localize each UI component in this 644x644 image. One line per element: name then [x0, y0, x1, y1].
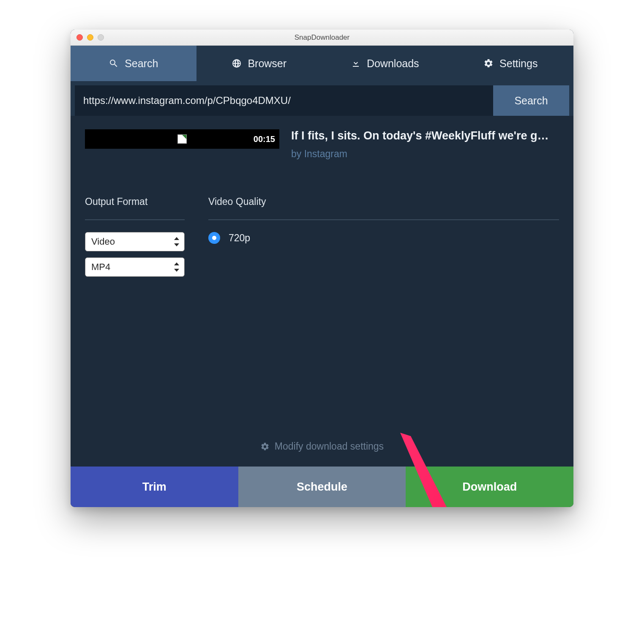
titlebar: SnapDownloader — [71, 30, 573, 46]
tab-search-label: Search — [125, 57, 158, 70]
search-row: Search — [71, 81, 573, 116]
minimize-window-button[interactable] — [87, 34, 93, 41]
format-container-select[interactable]: MP4 — [85, 257, 185, 277]
schedule-button[interactable]: Schedule — [238, 467, 406, 507]
output-format-label: Output Format — [85, 196, 185, 220]
format-type-value: Video — [91, 236, 115, 247]
tab-downloads-label: Downloads — [367, 57, 419, 70]
search-button[interactable]: Search — [493, 85, 569, 116]
search-icon — [109, 58, 119, 68]
modify-download-settings[interactable]: Modify download settings — [71, 441, 573, 452]
tab-browser-label: Browser — [248, 57, 287, 70]
options-row: Output Format Video MP4 Video Quality 72… — [85, 196, 559, 277]
trim-button[interactable]: Trim — [71, 467, 238, 507]
chevron-updown-icon — [173, 237, 180, 246]
radio-selected-icon — [208, 232, 220, 244]
video-thumbnail[interactable]: 00:15 — [85, 129, 279, 149]
download-button[interactable]: Download — [406, 467, 573, 507]
video-preview: 00:15 If I fits, I sits. On today's #Wee… — [85, 129, 559, 160]
video-meta: If I fits, I sits. On today's #WeeklyFlu… — [291, 129, 559, 160]
video-quality-column: Video Quality 720p — [208, 196, 559, 277]
video-author: by Instagram — [291, 148, 559, 160]
content-area: 00:15 If I fits, I sits. On today's #Wee… — [71, 116, 573, 467]
download-icon — [351, 58, 361, 68]
zoom-window-button[interactable] — [98, 34, 104, 41]
quality-option-label: 720p — [229, 232, 250, 244]
output-format-column: Output Format Video MP4 — [85, 196, 185, 277]
tab-settings-label: Settings — [499, 57, 538, 70]
action-bar: Trim Schedule Download — [71, 467, 573, 507]
main-tabs: Search Browser Downloads Settings — [71, 46, 573, 81]
gear-icon — [260, 442, 270, 451]
quality-option-720p[interactable]: 720p — [208, 232, 559, 244]
format-container-value: MP4 — [91, 262, 110, 273]
video-duration: 00:15 — [254, 134, 275, 144]
tab-search[interactable]: Search — [71, 46, 196, 81]
tab-browser[interactable]: Browser — [196, 46, 322, 81]
gear-icon — [483, 58, 494, 68]
window-title: SnapDownloader — [71, 33, 573, 42]
app-window: SnapDownloader Search Browser Downloads … — [71, 30, 573, 507]
close-window-button[interactable] — [76, 34, 83, 41]
tab-settings[interactable]: Settings — [448, 46, 574, 81]
video-title: If I fits, I sits. On today's #WeeklyFlu… — [291, 129, 559, 142]
url-input[interactable] — [75, 85, 493, 116]
format-type-select[interactable]: Video — [85, 232, 185, 251]
globe-icon — [232, 58, 242, 68]
traffic-lights — [71, 34, 104, 41]
broken-image-icon — [177, 134, 187, 144]
video-quality-label: Video Quality — [208, 196, 559, 220]
tab-downloads[interactable]: Downloads — [322, 46, 448, 81]
modify-download-settings-label: Modify download settings — [275, 441, 384, 452]
chevron-updown-icon — [173, 262, 180, 272]
